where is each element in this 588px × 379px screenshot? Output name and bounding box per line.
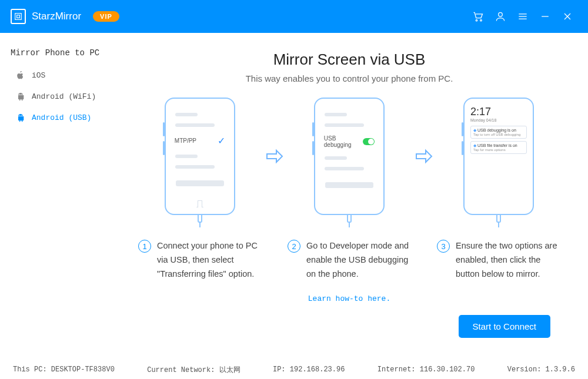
steps-row: MTP/PP✓ ⎍ 1 Connect your phone to PC via…: [128, 98, 570, 281]
svg-point-4: [499, 12, 503, 16]
android-icon: [15, 112, 26, 123]
user-icon[interactable]: [490, 6, 510, 26]
sidebar-title: Mirror Phone to PC: [0, 43, 111, 65]
close-icon[interactable]: [557, 6, 577, 26]
sidebar-item-label: Android (WiFi): [32, 92, 96, 101]
vip-badge[interactable]: VIP: [93, 11, 119, 22]
usb-icon: ⎍: [196, 197, 203, 210]
titlebar: StarzMirror VIP: [0, 0, 588, 33]
step-desc: Ensure the two options are enabled, then…: [456, 239, 560, 281]
sidebar-item-android-wifi[interactable]: Android (WiFi): [0, 86, 111, 107]
phone3-notif-2: ◆USB file transfer is on Tap for more op…: [470, 141, 527, 154]
step-number: 1: [138, 240, 151, 253]
phone-illustration-2: USB debugging: [314, 98, 385, 215]
cart-icon[interactable]: [468, 6, 488, 26]
step-3: 2:17 Monday 04/18 ◆USB debugging is on T…: [437, 98, 560, 281]
svg-point-13: [19, 115, 19, 115]
status-pc: This PC: DESKTOP-TF838V0: [13, 365, 115, 374]
status-ip: IP: 192.168.23.96: [273, 365, 345, 374]
svg-point-2: [476, 19, 477, 21]
phone3-date: Monday 04/18: [470, 118, 527, 122]
step-1: MTP/PP✓ ⎍ 1 Connect your phone to PC via…: [138, 98, 262, 281]
phone3-notif-1: ◆USB debugging is on Tap to turn off USB…: [470, 126, 527, 139]
main-panel: Mirror Screen via USB This way enables y…: [111, 33, 588, 360]
phone-illustration-1: MTP/PP✓ ⎍: [165, 98, 235, 215]
plug-icon: [198, 214, 202, 223]
sidebar-item-android-usb[interactable]: Android (USB): [0, 107, 111, 128]
page-title: Mirror Screen via USB: [128, 51, 570, 69]
phone2-label: USB debugging: [324, 135, 363, 148]
phone-illustration-3: 2:17 Monday 04/18 ◆USB debugging is on T…: [463, 98, 534, 215]
app-brand: StarzMirror: [32, 11, 81, 22]
status-version: Version: 1.3.9.6: [507, 365, 575, 374]
status-internet: Internet: 116.30.102.70: [377, 365, 475, 374]
apple-icon: [15, 70, 26, 81]
svg-point-12: [21, 93, 22, 94]
svg-point-3: [480, 19, 482, 21]
statusbar: This PC: DESKTOP-TF838V0 Current Network…: [0, 360, 588, 379]
toggle-on-icon: [363, 138, 375, 145]
app-logo-icon: [11, 9, 26, 24]
sidebar-item-label: iOS: [32, 71, 45, 80]
phone1-label: MTP/PP: [175, 137, 196, 144]
svg-rect-1: [17, 15, 20, 18]
sidebar-item-label: Android (USB): [32, 113, 91, 122]
step-2: USB debugging 2 Go to Developer mode and…: [288, 98, 411, 281]
svg-point-14: [21, 115, 22, 115]
status-network: Current Network: 以太网: [147, 365, 240, 375]
step-number: 3: [437, 240, 450, 253]
plug-icon: [347, 214, 352, 223]
android-icon: [15, 91, 26, 102]
minimize-icon[interactable]: [535, 6, 555, 26]
arrow-icon: [413, 98, 435, 215]
step-desc: Go to Developer mode and enable the USB …: [306, 239, 411, 281]
sidebar-item-ios[interactable]: iOS: [0, 65, 111, 86]
plug-icon: [496, 214, 501, 223]
checkmark-icon: ✓: [218, 135, 225, 146]
start-connect-button[interactable]: Start to Connect: [459, 315, 550, 338]
page-subtitle: This way enables you to control your pho…: [128, 73, 570, 83]
svg-rect-0: [15, 14, 22, 20]
step-desc: Connect your phone to PC via USB, then s…: [157, 239, 262, 281]
phone3-time: 2:17: [470, 106, 527, 118]
learn-link[interactable]: Learn how-to here.: [128, 294, 570, 303]
arrow-icon: [264, 98, 285, 215]
step-number: 2: [288, 240, 300, 253]
menu-icon[interactable]: [513, 6, 533, 26]
sidebar: Mirror Phone to PC iOS Android (WiFi) An…: [0, 33, 111, 360]
svg-point-11: [19, 93, 19, 94]
